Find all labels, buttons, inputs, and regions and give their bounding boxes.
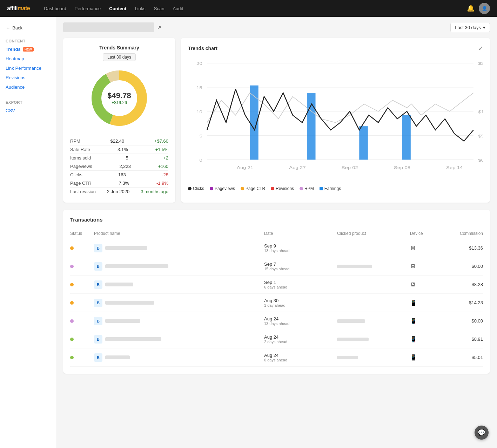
- status-dot-icon: [70, 283, 74, 286]
- nav-content[interactable]: Content: [109, 6, 126, 11]
- product-cell: B: [94, 262, 261, 271]
- date-cell: Aug 24 2 days ahead: [264, 334, 334, 344]
- trends-summary-card: Trends Summary Last 30 days: [63, 38, 175, 203]
- svg-text:$0.00: $0.00: [478, 158, 483, 162]
- mobile-icon: 📱: [410, 354, 417, 360]
- status-dot-icon: [70, 356, 74, 359]
- nav-audit[interactable]: Audit: [173, 6, 183, 11]
- legend-clicks: Clicks: [188, 186, 204, 191]
- svg-text:10: 10: [196, 110, 202, 114]
- sidebar-item-heatmap[interactable]: Heatmap: [0, 54, 56, 63]
- commission-cell: $5.01: [448, 355, 483, 360]
- header-product: Product name: [94, 231, 261, 236]
- table-row: B Aug 24 13 days ahead 📱 $0.00: [70, 312, 483, 330]
- logo[interactable]: affilimate: [7, 5, 30, 12]
- legend-earnings: Earnings: [320, 186, 341, 191]
- product-icon: B: [94, 244, 102, 252]
- audience-label: Audience: [6, 84, 25, 90]
- legend-revisions: Revisions: [271, 186, 294, 191]
- svg-text:$5.50: $5.50: [478, 134, 483, 138]
- product-icon: B: [94, 299, 102, 307]
- device-cell: 🖥: [410, 263, 445, 270]
- table-row: B Sep 9 13 days ahead 🖥 $13.36: [70, 239, 483, 257]
- clicked-product-cell: [337, 319, 407, 323]
- nav-dashboard[interactable]: Dashboard: [44, 6, 66, 11]
- table-header: Status Product name Date Clicked product…: [70, 228, 483, 239]
- svg-rect-19: [307, 93, 315, 160]
- clicked-product-cell: [337, 356, 407, 359]
- csv-label: CSV: [6, 108, 15, 113]
- notifications-bell-icon[interactable]: 🔔: [467, 5, 475, 12]
- status-dot-icon: [70, 301, 74, 305]
- product-cell: B: [94, 353, 261, 362]
- sidebar-item-trends[interactable]: Trends NEW: [0, 45, 56, 54]
- chevron-down-icon: ▾: [483, 25, 485, 30]
- stat-items-sold: Items sold 5 +2: [70, 154, 168, 162]
- commission-cell: $8.91: [448, 337, 483, 342]
- chart-header: Trends chart ⤢: [188, 45, 483, 52]
- stats-table: RPM $22.40 +$7.60 Sale Rate 3.1% +1.5% I…: [70, 137, 168, 196]
- stat-page-ctr: Page CTR 7.3% -1.9%: [70, 179, 168, 187]
- sidebar: ← Back CONTENT Trends NEW Heatmap Link P…: [0, 17, 56, 448]
- chart-area: 20 15 10 5 0 $21.45 $11.00 $5.50 $0.00: [188, 56, 483, 182]
- svg-rect-21: [402, 115, 410, 159]
- revisions-dot-icon: [271, 187, 274, 190]
- header-device: Device: [410, 231, 445, 236]
- desktop-icon: 🖥: [410, 263, 416, 269]
- svg-text:20: 20: [196, 61, 202, 66]
- status-dot-icon: [70, 265, 74, 268]
- trends-card-title: Trends Summary: [70, 45, 168, 50]
- expand-chart-icon[interactable]: ⤢: [478, 45, 483, 52]
- trends-label: Trends: [6, 47, 21, 52]
- trends-chart-card: Trends chart ⤢ 20 15 10: [181, 38, 490, 203]
- table-row: B Aug 30 1 day ahead 📱 $14.23: [70, 294, 483, 312]
- stat-clicks: Clicks 163 -28: [70, 170, 168, 179]
- product-cell: B: [94, 244, 261, 252]
- stat-pageviews: Pageviews 2,223 +160: [70, 162, 168, 170]
- date-filter-label: Last 30 days: [455, 25, 481, 30]
- date-filter-dropdown[interactable]: Last 30 days ▾: [450, 23, 490, 32]
- nav-links[interactable]: Links: [135, 6, 145, 11]
- date-cell: Sep 1 6 days ahead: [264, 280, 334, 289]
- external-link-icon[interactable]: ↗: [157, 25, 161, 30]
- header-commission: Commission: [448, 231, 483, 236]
- nav-performance[interactable]: Performance: [75, 6, 101, 11]
- product-icon: B: [94, 280, 102, 289]
- svg-text:$11.00: $11.00: [478, 110, 483, 114]
- commission-cell: $13.36: [448, 245, 483, 251]
- mobile-icon: 📱: [410, 336, 417, 342]
- desktop-icon: 🖥: [410, 281, 416, 287]
- device-cell: 📱: [410, 299, 445, 306]
- date-cell: Aug 24 0 days ahead: [264, 353, 334, 362]
- heatmap-label: Heatmap: [6, 56, 24, 61]
- sidebar-item-revisions[interactable]: Revisions: [0, 73, 56, 82]
- product-cell: B: [94, 335, 261, 344]
- status-dot-icon: [70, 338, 74, 341]
- product-icon: B: [94, 317, 102, 325]
- chat-bubble-button[interactable]: 💬: [475, 426, 489, 440]
- main-content: ↗ Last 30 days ▾ Trends Summary Last 30 …: [56, 17, 497, 448]
- svg-text:Sep 14: Sep 14: [446, 165, 463, 170]
- product-cell: B: [94, 299, 261, 307]
- svg-rect-20: [359, 126, 368, 159]
- status-dot-icon: [70, 319, 74, 323]
- sidebar-item-audience[interactable]: Audience: [0, 82, 56, 92]
- chart-title: Trends chart: [188, 46, 217, 51]
- sidebar-item-csv[interactable]: CSV: [0, 106, 56, 115]
- legend-pageviews: Pageviews: [210, 186, 235, 191]
- earnings-square-icon: [320, 187, 323, 190]
- sidebar-item-link-performance[interactable]: Link Performance: [0, 63, 56, 73]
- transactions-title: Transactions: [70, 217, 483, 223]
- commission-cell: $8.28: [448, 282, 483, 287]
- nav-scan[interactable]: Scan: [154, 6, 164, 11]
- table-row: B Sep 7 15 days ahead 🖥 $0.00: [70, 257, 483, 276]
- donut-center: $49.78 +$19.26: [107, 91, 131, 105]
- user-avatar[interactable]: 👤: [479, 3, 490, 14]
- export-section-label: EXPORT: [0, 95, 56, 106]
- desktop-icon: 🖥: [410, 245, 416, 251]
- mobile-icon: 📱: [410, 300, 417, 306]
- cards-row: Trends Summary Last 30 days: [63, 38, 490, 203]
- back-button[interactable]: ← Back: [0, 22, 56, 36]
- svg-text:$21.45: $21.45: [478, 61, 483, 66]
- mobile-icon: 📱: [410, 318, 417, 324]
